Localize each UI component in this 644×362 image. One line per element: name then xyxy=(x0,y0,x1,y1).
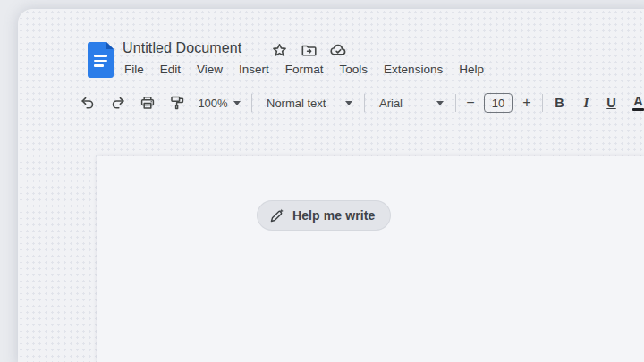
font-dropdown[interactable]: Arial xyxy=(374,88,449,117)
bold-label: B xyxy=(555,96,564,110)
bold-button[interactable]: B xyxy=(547,88,572,117)
font-value: Arial xyxy=(379,97,402,110)
menu-item-view[interactable]: View xyxy=(195,62,225,77)
toolbar-divider xyxy=(251,94,252,112)
italic-button[interactable]: I xyxy=(574,88,598,117)
italic-label: I xyxy=(584,96,589,111)
redo-button[interactable] xyxy=(106,88,130,117)
toolbar-divider xyxy=(455,94,456,112)
toolbar-divider xyxy=(364,94,365,112)
style-value: Normal text xyxy=(267,97,326,110)
menu-item-tools[interactable]: Tools xyxy=(338,62,370,77)
chevron-down-icon xyxy=(436,101,444,105)
google-docs-icon[interactable] xyxy=(88,42,114,78)
zoom-value: 100% xyxy=(198,97,227,110)
redo-icon xyxy=(110,95,126,111)
paint-format-icon xyxy=(169,95,185,111)
docs-logo-lines xyxy=(94,55,107,70)
paint-format-button[interactable] xyxy=(165,88,189,117)
underline-label: U xyxy=(606,96,615,110)
menu-item-help[interactable]: Help xyxy=(457,62,486,77)
cloud-status-icon[interactable] xyxy=(329,41,347,59)
menu-item-format[interactable]: Format xyxy=(284,62,326,77)
magic-pen-icon xyxy=(269,208,284,223)
star-icon[interactable] xyxy=(270,41,288,59)
print-icon xyxy=(140,95,156,111)
undo-icon xyxy=(80,95,96,111)
text-color-bar xyxy=(632,108,644,111)
screen: Untitled Document Fil xyxy=(0,0,644,362)
menu-item-extensions[interactable]: Extensions xyxy=(382,62,445,77)
menu-item-edit[interactable]: Edit xyxy=(158,62,182,77)
help-me-write-button[interactable]: Help me write xyxy=(257,200,391,231)
document-title[interactable]: Untitled Document xyxy=(123,40,242,56)
chevron-down-icon xyxy=(233,101,241,105)
underline-button[interactable]: U xyxy=(599,88,623,117)
help-me-write-label: Help me write xyxy=(292,208,375,223)
print-button[interactable] xyxy=(135,88,159,117)
text-color-label: A xyxy=(632,95,644,112)
text-color-button[interactable]: A xyxy=(626,88,644,117)
chevron-down-icon xyxy=(345,101,352,105)
font-size-input[interactable]: 10 xyxy=(484,93,513,113)
docs-logo-fold xyxy=(106,42,114,49)
menubar: File Edit View Insert Format Tools Exten… xyxy=(123,62,486,77)
document-page[interactable]: Help me write xyxy=(97,156,644,362)
menu-item-insert[interactable]: Insert xyxy=(237,62,271,77)
move-folder-icon[interactable] xyxy=(300,41,318,59)
menu-item-file[interactable]: File xyxy=(123,62,146,77)
increase-font-size-button[interactable]: + xyxy=(517,88,537,117)
styles-dropdown[interactable]: Normal text xyxy=(261,88,358,117)
title-actions xyxy=(270,41,347,59)
toolbar: 100% Normal text Arial − 10 + B I U xyxy=(0,88,644,117)
toolbar-divider xyxy=(542,94,543,112)
zoom-dropdown[interactable]: 100% xyxy=(193,88,245,117)
decrease-font-size-button[interactable]: − xyxy=(461,88,480,117)
undo-button[interactable] xyxy=(75,88,99,117)
